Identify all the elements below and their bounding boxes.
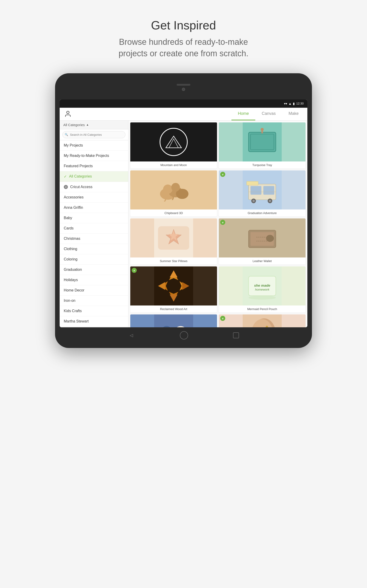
sidebar-item-martha-stewart[interactable]: Martha Stewart [60,316,128,327]
app-tabs: Home Canvas Make [115,108,307,120]
content-area: Mountain and Moon [128,121,307,327]
app-body: All Categories ▲ My Projects My Ready-to… [60,121,307,327]
sidebar-item-graduation[interactable]: Graduation [60,265,128,275]
project-label-chipboard-3d: Chipboard 3D [130,209,217,216]
tablet-bezel-bottom: ◁ [60,327,307,343]
sidebar-category-label: All Categories [63,123,85,127]
projects-grid: Mountain and Moon [130,122,306,327]
project-badge-wood: a [132,268,137,273]
project-label-turquoise-tray: Turquoise Tray [219,162,306,169]
sidebar-search [60,129,128,140]
project-image-turquoise-tray [219,122,306,162]
tablet-speaker [177,84,190,86]
project-image-chipboard-3d [130,170,217,209]
earring-svg [219,314,306,327]
status-time: 12:30 [296,102,304,105]
svg-point-6 [261,128,264,131]
search-input[interactable] [62,131,125,138]
sidebar-item-home-decor[interactable]: Home Decor [60,285,128,296]
user-icon[interactable] [64,110,72,118]
project-image-patch [130,314,217,327]
turquoise-tray-svg [219,122,306,162]
sidebar-item-coloring[interactable]: Coloring [60,254,128,265]
project-image-mountain-moon [130,122,217,162]
tablet-frame: ▾▾ ▲ ▮ 12:30 Home Canvas [55,73,312,348]
tab-canvas[interactable]: Canvas [255,108,282,120]
svg-rect-7 [261,131,263,133]
project-card-mountain-moon[interactable]: Mountain and Moon [130,122,217,169]
svg-rect-22 [247,181,258,185]
sidebar-item-kids-crafts[interactable]: Kids Crafts [60,306,128,316]
status-icons: ▾▾ ▲ ▮ 12:30 [284,102,304,105]
project-label-mountain-moon: Mountain and Moon [130,162,217,169]
project-card-patch[interactable]: Print Then Cut Stickers [130,314,217,327]
recents-button[interactable] [233,332,239,338]
home-button[interactable] [180,331,188,339]
project-image-mermaid-pencil-pouch: she made homework [219,267,306,305]
sidebar-item-accessories[interactable]: Accessories [60,192,128,203]
project-label-mermaid-pencil-pouch: Mermaid Pencil Pouch [219,305,306,313]
cricut-access-icon: a [64,185,68,189]
tab-home[interactable]: Home [232,108,255,120]
sidebar-item-monograms[interactable]: Monograms [60,327,128,327]
svg-rect-4 [249,132,276,152]
search-wrap [62,131,125,138]
sidebar-header[interactable]: All Categories ▲ [60,121,128,129]
wood-svg [130,267,217,305]
sidebar-item-my-projects[interactable]: My Projects [60,140,128,151]
app-header-left [60,110,115,118]
tablet-camera [182,88,185,91]
svg-point-44 [249,296,276,300]
pillows-svg [130,218,217,258]
mountain-moon-svg [130,122,217,162]
app-header: Home Canvas Make [60,108,307,121]
svg-point-12 [163,184,173,194]
sidebar-item-cards[interactable]: Cards [60,223,128,233]
project-card-turquoise-tray[interactable]: Turquoise Tray [219,122,306,169]
svg-text:she made: she made [254,284,270,287]
wifi-icon: ▲ [289,102,292,105]
back-button[interactable]: ◁ [128,332,135,339]
project-badge-graduation: a [220,172,225,177]
project-label-reclaimed-wood-art: Reclaimed Wood Art [130,305,217,313]
project-image-graduation-adventure: a [219,170,306,209]
page-title: Get Inspired [119,18,248,32]
project-badge-wallet: a [220,220,225,225]
graduation-svg [219,170,306,209]
wallet-svg [219,218,306,258]
svg-rect-16 [250,186,261,195]
project-card-mermaid-pencil-pouch[interactable]: she made homework Mermaid Pencil Pouch [219,267,306,313]
sidebar-item-all-categories[interactable]: ✓ All Categories [60,171,128,182]
sidebar-item-ready-to-make[interactable]: My Ready-to-Make Projects [60,151,128,161]
sidebar-item-baby[interactable]: Baby [60,213,128,223]
sidebar-item-christmas[interactable]: Christmas [60,233,128,244]
project-label-leather-wallet: Leather Wallet [219,258,306,265]
svg-point-0 [67,111,69,114]
tablet-screen: ▾▾ ▲ ▮ 12:30 Home Canvas [60,99,307,327]
sidebar-item-holidays[interactable]: Holidays [60,275,128,285]
sidebar-item-cricut-access[interactable]: a Cricut Access [60,182,128,192]
svg-text:homework: homework [255,288,270,291]
project-card-earring[interactable]: a [219,314,306,327]
status-bar: ▾▾ ▲ ▮ 12:30 [60,99,307,108]
sidebar-item-anna-griffin[interactable]: Anna Griffin [60,203,128,213]
svg-point-21 [269,199,271,202]
project-image-leather-wallet: a [219,218,306,258]
project-badge-earring: a [220,316,225,321]
sidebar-item-featured[interactable]: Featured Projects [60,161,128,171]
sidebar: All Categories ▲ My Projects My Ready-to… [60,121,128,327]
project-card-graduation-adventure[interactable]: a [219,170,306,216]
page-subtitle: Browse hundreds of ready-to-makeprojects… [119,36,248,60]
sidebar-item-iron-on[interactable]: Iron-on [60,296,128,306]
project-card-summer-star-pillows[interactable]: Summer Star Pillows [130,218,217,265]
project-card-leather-wallet[interactable]: a Leather Wallet [219,218,306,265]
pencil-pouch-svg: she made homework [219,267,306,305]
chipboard-3d-svg [130,170,217,209]
tab-make[interactable]: Make [282,108,305,120]
project-card-chipboard-3d[interactable]: Chipboard 3D [130,170,217,216]
project-card-reclaimed-wood-art[interactable]: a [130,267,217,313]
sidebar-item-clothing[interactable]: Clothing [60,244,128,254]
battery-icon: ▮ [293,102,295,105]
project-image-summer-star-pillows [130,218,217,258]
sidebar-arrow-icon: ▲ [86,123,89,126]
